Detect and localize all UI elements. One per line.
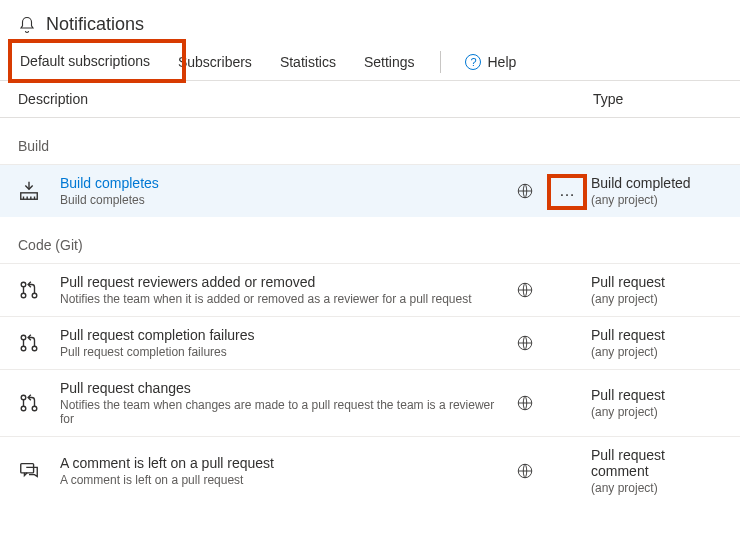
build-icon	[18, 180, 40, 202]
svg-point-11	[21, 406, 26, 411]
svg-rect-14	[21, 464, 34, 473]
tab-default-subscriptions[interactable]: Default subscriptions	[18, 43, 152, 81]
row-title: A comment is left on a pull request	[60, 455, 497, 471]
svg-point-4	[32, 293, 37, 298]
row-subtitle: Notifies the team when changes are made …	[60, 398, 497, 426]
row-subtitle: Notifies the team when it is added or re…	[60, 292, 497, 306]
row-type-sub: (any project)	[591, 292, 722, 306]
section-code-git-label: Code (Git)	[0, 217, 740, 263]
row-pr-reviewers[interactable]: Pull request reviewers added or removed …	[0, 263, 740, 316]
pr-icon	[18, 392, 40, 414]
svg-point-12	[32, 406, 37, 411]
row-type: Pull request	[591, 327, 722, 343]
pr-icon	[18, 279, 40, 301]
globe-icon	[516, 281, 534, 299]
help-label: Help	[487, 54, 516, 70]
globe-icon	[516, 182, 534, 200]
row-type: Pull request	[591, 274, 722, 290]
pr-icon	[18, 332, 40, 354]
col-description: Description	[18, 91, 593, 107]
row-pr-changes[interactable]: Pull request changes Notifies the team w…	[0, 369, 740, 436]
row-type: Pull request	[591, 387, 722, 403]
globe-icon	[516, 462, 534, 480]
row-subtitle: Pull request completion failures	[60, 345, 497, 359]
col-type: Type	[593, 91, 722, 107]
page-header: Notifications	[0, 0, 740, 43]
row-type: Build completed	[591, 175, 722, 191]
column-headers: Description Type	[0, 81, 740, 118]
row-build-completes[interactable]: Build completes Build completes … Build …	[0, 164, 740, 217]
row-type-sub: (any project)	[591, 405, 722, 419]
row-title: Pull request reviewers added or removed	[60, 274, 497, 290]
help-icon: ?	[465, 54, 481, 70]
section-build-label: Build	[0, 118, 740, 164]
svg-point-3	[21, 293, 26, 298]
row-pr-comment[interactable]: A comment is left on a pull request A co…	[0, 436, 740, 505]
row-type-sub: (any project)	[591, 193, 722, 207]
svg-point-6	[21, 335, 26, 340]
row-title: Pull request changes	[60, 380, 497, 396]
svg-point-8	[32, 346, 37, 351]
help-link[interactable]: ? Help	[465, 54, 516, 70]
tab-divider	[440, 51, 441, 73]
svg-point-10	[21, 395, 26, 400]
row-type-sub: (any project)	[591, 345, 722, 359]
row-title: Pull request completion failures	[60, 327, 497, 343]
row-subtitle: A comment is left on a pull request	[60, 473, 497, 487]
row-type: Pull request comment	[591, 447, 722, 479]
more-icon[interactable]: …	[559, 182, 577, 200]
bell-icon	[18, 16, 36, 34]
tab-settings[interactable]: Settings	[362, 44, 417, 80]
tabs: Default subscriptions Subscribers Statis…	[0, 43, 740, 81]
row-type-sub: (any project)	[591, 481, 722, 495]
row-title[interactable]: Build completes	[60, 175, 497, 191]
svg-point-7	[21, 346, 26, 351]
svg-point-2	[21, 282, 26, 287]
row-pr-completion-failures[interactable]: Pull request completion failures Pull re…	[0, 316, 740, 369]
globe-icon	[516, 334, 534, 352]
page-title: Notifications	[46, 14, 144, 35]
tab-statistics[interactable]: Statistics	[278, 44, 338, 80]
comment-icon	[18, 460, 40, 482]
row-subtitle: Build completes	[60, 193, 497, 207]
tab-subscribers[interactable]: Subscribers	[176, 44, 254, 80]
globe-icon	[516, 394, 534, 412]
